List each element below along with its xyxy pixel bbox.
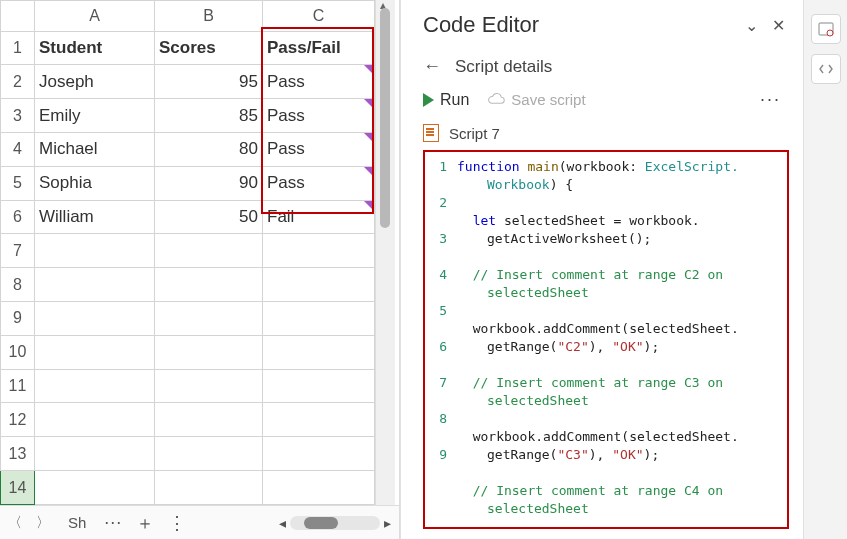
cell[interactable]: 50 xyxy=(155,200,263,234)
run-button[interactable]: Run xyxy=(423,91,469,109)
scroll-right-icon[interactable]: ▸ xyxy=(384,515,391,531)
scroll-left-icon[interactable]: ◂ xyxy=(279,515,286,531)
row-header[interactable]: 13 xyxy=(1,437,35,471)
cell[interactable] xyxy=(263,335,375,369)
column-header[interactable]: A xyxy=(35,1,155,32)
code-content[interactable]: function main(workbook: ExcelScript. Wor… xyxy=(451,152,787,527)
script-details-row: ← Script details xyxy=(401,50,803,87)
cell[interactable] xyxy=(263,369,375,403)
side-tool-code-icon[interactable] xyxy=(811,54,841,84)
row-header[interactable]: 6 xyxy=(1,200,35,234)
cell[interactable] xyxy=(35,471,155,505)
cell[interactable] xyxy=(263,234,375,268)
horizontal-scrollbar[interactable]: ◂ ▸ xyxy=(279,515,391,531)
cell[interactable]: Pass xyxy=(263,166,375,200)
row-header[interactable]: 5 xyxy=(1,166,35,200)
collapse-icon[interactable]: ⌄ xyxy=(745,16,758,35)
row-header[interactable]: 10 xyxy=(1,335,35,369)
row-header[interactable]: 11 xyxy=(1,369,35,403)
cell[interactable] xyxy=(263,302,375,336)
code-editor-pane: Code Editor ⌄ ✕ ← Script details Run Sav… xyxy=(400,0,803,539)
row-header[interactable]: 14 xyxy=(1,471,35,505)
cell[interactable] xyxy=(155,268,263,302)
cell[interactable]: Emily xyxy=(35,99,155,133)
cell[interactable]: Pass xyxy=(263,65,375,99)
cell[interactable] xyxy=(35,302,155,336)
cell[interactable]: Pass xyxy=(263,132,375,166)
column-header[interactable]: C xyxy=(263,1,375,32)
row-header[interactable]: 3 xyxy=(1,99,35,133)
sheet-tab-label[interactable]: Sh xyxy=(64,514,90,531)
row-header[interactable]: 2 xyxy=(1,65,35,99)
cell[interactable] xyxy=(155,335,263,369)
run-label: Run xyxy=(440,91,469,109)
row-header[interactable]: 4 xyxy=(1,132,35,166)
cell[interactable]: Sophia xyxy=(35,166,155,200)
editor-header: Code Editor ⌄ ✕ xyxy=(401,0,803,50)
cell[interactable] xyxy=(155,302,263,336)
row-header[interactable]: 8 xyxy=(1,268,35,302)
column-header[interactable]: B xyxy=(155,1,263,32)
tab-next-icon[interactable]: 〉 xyxy=(36,514,50,532)
cell[interactable] xyxy=(155,403,263,437)
row-header[interactable]: 9 xyxy=(1,302,35,336)
run-toolbar: Run Save script ··· xyxy=(401,87,803,120)
cell[interactable]: 90 xyxy=(155,166,263,200)
horizontal-scroll-track[interactable] xyxy=(290,516,380,530)
cell[interactable] xyxy=(35,234,155,268)
cell[interactable] xyxy=(155,369,263,403)
save-script-button[interactable]: Save script xyxy=(487,91,585,108)
corner-cell[interactable] xyxy=(1,1,35,32)
comment-indicator-icon[interactable] xyxy=(364,99,374,109)
code-editor[interactable]: 123456789 function main(workbook: ExcelS… xyxy=(423,150,789,529)
cell[interactable]: Michael xyxy=(35,132,155,166)
vertical-scrollbar[interactable]: ▴ xyxy=(375,0,395,505)
comment-indicator-icon[interactable] xyxy=(364,167,374,177)
cell[interactable] xyxy=(35,335,155,369)
cell[interactable]: 85 xyxy=(155,99,263,133)
cell[interactable] xyxy=(155,437,263,471)
cell[interactable]: Fail xyxy=(263,200,375,234)
row-header[interactable]: 1 xyxy=(1,31,35,65)
sheet-tabs-bar: 〈 〉 Sh ··· ＋ ⋮ ◂ ▸ xyxy=(0,505,399,539)
cell[interactable] xyxy=(263,471,375,505)
cell[interactable] xyxy=(35,268,155,302)
cell[interactable] xyxy=(35,369,155,403)
script-name-label: Script 7 xyxy=(449,125,500,142)
cell[interactable] xyxy=(263,437,375,471)
cell[interactable] xyxy=(263,403,375,437)
cell[interactable] xyxy=(155,471,263,505)
sheet-more-icon[interactable]: ⋮ xyxy=(168,512,187,534)
cell[interactable]: 95 xyxy=(155,65,263,99)
spreadsheet-pane: ABC1StudentScoresPass/Fail2Joseph95Pass3… xyxy=(0,0,400,539)
cell[interactable] xyxy=(263,268,375,302)
cell[interactable] xyxy=(35,437,155,471)
comment-indicator-icon[interactable] xyxy=(364,201,374,211)
comment-indicator-icon[interactable] xyxy=(364,65,374,75)
back-icon[interactable]: ← xyxy=(423,56,441,77)
comment-indicator-icon[interactable] xyxy=(364,133,374,143)
row-header[interactable]: 7 xyxy=(1,234,35,268)
cell[interactable] xyxy=(35,403,155,437)
cell[interactable] xyxy=(155,234,263,268)
cell[interactable]: Pass xyxy=(263,99,375,133)
add-sheet-button[interactable]: ＋ xyxy=(136,511,154,535)
spreadsheet-grid[interactable]: ABC1StudentScoresPass/Fail2Joseph95Pass3… xyxy=(0,0,375,505)
sheet-tab-ellipsis[interactable]: ··· xyxy=(104,512,122,533)
grid-wrap: ABC1StudentScoresPass/Fail2Joseph95Pass3… xyxy=(0,0,399,505)
cell[interactable]: Student xyxy=(35,31,155,65)
row-header[interactable]: 12 xyxy=(1,403,35,437)
side-tool-calendar-icon[interactable] xyxy=(811,14,841,44)
vertical-scroll-thumb[interactable] xyxy=(380,8,390,228)
cell[interactable]: 80 xyxy=(155,132,263,166)
cell[interactable]: Scores xyxy=(155,31,263,65)
cell[interactable]: William xyxy=(35,200,155,234)
cloud-icon xyxy=(487,91,505,108)
script-file-icon xyxy=(423,124,439,142)
more-actions-button[interactable]: ··· xyxy=(760,89,781,110)
close-icon[interactable]: ✕ xyxy=(772,16,785,35)
cell[interactable]: Joseph xyxy=(35,65,155,99)
tab-prev-icon[interactable]: 〈 xyxy=(8,514,22,532)
cell[interactable]: Pass/Fail xyxy=(263,31,375,65)
horizontal-scroll-thumb[interactable] xyxy=(304,517,338,529)
